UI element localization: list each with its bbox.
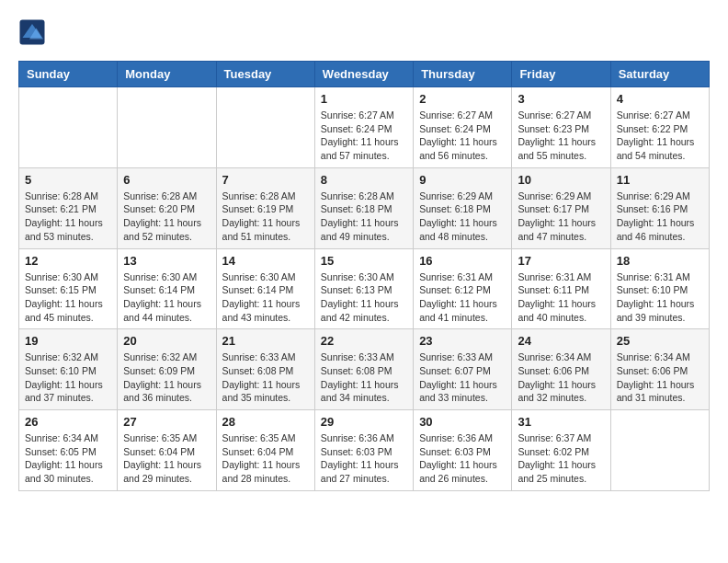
- day-number: 2: [419, 92, 506, 106]
- day-info: Sunrise: 6:34 AM Sunset: 6:05 PM Dayligh…: [25, 431, 111, 486]
- calendar-cell: [610, 410, 709, 491]
- day-info: Sunrise: 6:29 AM Sunset: 6:18 PM Dayligh…: [419, 190, 506, 244]
- calendar-cell: 24Sunrise: 6:34 AM Sunset: 6:06 PM Dayli…: [512, 329, 610, 410]
- day-number: 12: [25, 254, 111, 268]
- day-info: Sunrise: 6:37 AM Sunset: 6:02 PM Dayligh…: [518, 431, 604, 486]
- calendar-cell: 31Sunrise: 6:37 AM Sunset: 6:02 PM Dayli…: [512, 410, 610, 491]
- calendar-cell: 6Sunrise: 6:28 AM Sunset: 6:20 PM Daylig…: [118, 167, 216, 248]
- calendar-week-2: 5Sunrise: 6:28 AM Sunset: 6:21 PM Daylig…: [19, 167, 710, 248]
- calendar-cell: 27Sunrise: 6:35 AM Sunset: 6:04 PM Dayli…: [118, 410, 216, 491]
- day-info: Sunrise: 6:29 AM Sunset: 6:16 PM Dayligh…: [617, 190, 703, 244]
- day-info: Sunrise: 6:30 AM Sunset: 6:14 PM Dayligh…: [222, 270, 309, 325]
- calendar-cell: 21Sunrise: 6:33 AM Sunset: 6:08 PM Dayli…: [216, 329, 314, 410]
- day-info: Sunrise: 6:35 AM Sunset: 6:04 PM Dayligh…: [222, 431, 309, 486]
- day-info: Sunrise: 6:33 AM Sunset: 6:07 PM Dayligh…: [419, 350, 506, 405]
- day-info: Sunrise: 6:36 AM Sunset: 6:03 PM Dayligh…: [321, 431, 407, 486]
- day-number: 11: [617, 173, 703, 187]
- day-number: 6: [123, 173, 210, 187]
- calendar-cell: 11Sunrise: 6:29 AM Sunset: 6:16 PM Dayli…: [610, 167, 709, 248]
- day-number: 24: [518, 334, 604, 348]
- day-info: Sunrise: 6:27 AM Sunset: 6:24 PM Dayligh…: [321, 109, 407, 163]
- calendar-body: 1Sunrise: 6:27 AM Sunset: 6:24 PM Daylig…: [19, 87, 710, 491]
- day-info: Sunrise: 6:27 AM Sunset: 6:22 PM Dayligh…: [617, 109, 703, 163]
- day-info: Sunrise: 6:27 AM Sunset: 6:23 PM Dayligh…: [518, 109, 604, 163]
- day-number: 15: [321, 254, 407, 268]
- calendar-cell: 7Sunrise: 6:28 AM Sunset: 6:19 PM Daylig…: [216, 167, 314, 248]
- day-number: 13: [123, 254, 210, 268]
- day-number: 17: [518, 254, 604, 268]
- day-info: Sunrise: 6:31 AM Sunset: 6:11 PM Dayligh…: [518, 270, 604, 325]
- day-info: Sunrise: 6:27 AM Sunset: 6:24 PM Dayligh…: [419, 109, 506, 163]
- day-number: 20: [123, 334, 210, 348]
- calendar-cell: 16Sunrise: 6:31 AM Sunset: 6:12 PM Dayli…: [414, 248, 512, 329]
- calendar-cell: 30Sunrise: 6:36 AM Sunset: 6:03 PM Dayli…: [414, 410, 512, 491]
- calendar-cell: [118, 87, 216, 168]
- calendar-cell: 8Sunrise: 6:28 AM Sunset: 6:18 PM Daylig…: [314, 167, 413, 248]
- day-number: 29: [321, 415, 407, 429]
- day-info: Sunrise: 6:28 AM Sunset: 6:18 PM Dayligh…: [321, 190, 407, 244]
- day-number: 8: [321, 173, 407, 187]
- calendar-cell: 15Sunrise: 6:30 AM Sunset: 6:13 PM Dayli…: [314, 248, 413, 329]
- day-info: Sunrise: 6:28 AM Sunset: 6:21 PM Dayligh…: [25, 190, 111, 244]
- calendar-cell: 25Sunrise: 6:34 AM Sunset: 6:06 PM Dayli…: [610, 329, 709, 410]
- calendar-week-3: 12Sunrise: 6:30 AM Sunset: 6:15 PM Dayli…: [19, 248, 710, 329]
- calendar: SundayMondayTuesdayWednesdayThursdayFrid…: [18, 61, 710, 491]
- calendar-cell: 22Sunrise: 6:33 AM Sunset: 6:08 PM Dayli…: [314, 329, 413, 410]
- day-number: 10: [518, 173, 604, 187]
- day-number: 9: [419, 173, 506, 187]
- calendar-cell: 13Sunrise: 6:30 AM Sunset: 6:14 PM Dayli…: [118, 248, 216, 329]
- day-number: 4: [617, 92, 703, 106]
- calendar-cell: 29Sunrise: 6:36 AM Sunset: 6:03 PM Dayli…: [314, 410, 413, 491]
- calendar-cell: 3Sunrise: 6:27 AM Sunset: 6:23 PM Daylig…: [512, 87, 610, 168]
- calendar-cell: [216, 87, 314, 168]
- day-number: 1: [321, 92, 407, 106]
- day-info: Sunrise: 6:33 AM Sunset: 6:08 PM Dayligh…: [321, 350, 407, 405]
- calendar-cell: 23Sunrise: 6:33 AM Sunset: 6:07 PM Dayli…: [414, 329, 512, 410]
- calendar-cell: 4Sunrise: 6:27 AM Sunset: 6:22 PM Daylig…: [610, 87, 709, 168]
- calendar-cell: 14Sunrise: 6:30 AM Sunset: 6:14 PM Dayli…: [216, 248, 314, 329]
- day-info: Sunrise: 6:32 AM Sunset: 6:09 PM Dayligh…: [123, 350, 210, 405]
- calendar-cell: 19Sunrise: 6:32 AM Sunset: 6:10 PM Dayli…: [19, 329, 118, 410]
- weekday-header-row: SundayMondayTuesdayWednesdayThursdayFrid…: [19, 62, 710, 87]
- logo: [18, 18, 50, 46]
- calendar-cell: [19, 87, 118, 168]
- day-number: 23: [419, 334, 506, 348]
- calendar-cell: 10Sunrise: 6:29 AM Sunset: 6:17 PM Dayli…: [512, 167, 610, 248]
- calendar-cell: 17Sunrise: 6:31 AM Sunset: 6:11 PM Dayli…: [512, 248, 610, 329]
- day-number: 7: [222, 173, 309, 187]
- page-header: [18, 18, 710, 46]
- day-number: 14: [222, 254, 309, 268]
- day-number: 19: [25, 334, 111, 348]
- day-info: Sunrise: 6:34 AM Sunset: 6:06 PM Dayligh…: [518, 350, 604, 405]
- logo-icon: [18, 18, 46, 46]
- day-number: 18: [617, 254, 703, 268]
- calendar-cell: 18Sunrise: 6:31 AM Sunset: 6:10 PM Dayli…: [610, 248, 709, 329]
- day-number: 22: [321, 334, 407, 348]
- day-number: 28: [222, 415, 309, 429]
- calendar-cell: 1Sunrise: 6:27 AM Sunset: 6:24 PM Daylig…: [314, 87, 413, 168]
- day-info: Sunrise: 6:31 AM Sunset: 6:10 PM Dayligh…: [617, 270, 703, 325]
- calendar-cell: 12Sunrise: 6:30 AM Sunset: 6:15 PM Dayli…: [19, 248, 118, 329]
- day-number: 16: [419, 254, 506, 268]
- day-info: Sunrise: 6:31 AM Sunset: 6:12 PM Dayligh…: [419, 270, 506, 325]
- weekday-header-saturday: Saturday: [610, 62, 709, 87]
- calendar-cell: 2Sunrise: 6:27 AM Sunset: 6:24 PM Daylig…: [414, 87, 512, 168]
- calendar-cell: 28Sunrise: 6:35 AM Sunset: 6:04 PM Dayli…: [216, 410, 314, 491]
- weekday-header-sunday: Sunday: [19, 62, 118, 87]
- weekday-header-thursday: Thursday: [414, 62, 512, 87]
- calendar-cell: 9Sunrise: 6:29 AM Sunset: 6:18 PM Daylig…: [414, 167, 512, 248]
- day-info: Sunrise: 6:34 AM Sunset: 6:06 PM Dayligh…: [617, 350, 703, 405]
- calendar-week-1: 1Sunrise: 6:27 AM Sunset: 6:24 PM Daylig…: [19, 87, 710, 168]
- day-number: 27: [123, 415, 210, 429]
- day-info: Sunrise: 6:29 AM Sunset: 6:17 PM Dayligh…: [518, 190, 604, 244]
- day-number: 26: [25, 415, 111, 429]
- weekday-header-wednesday: Wednesday: [314, 62, 413, 87]
- day-number: 30: [419, 415, 506, 429]
- day-number: 31: [518, 415, 604, 429]
- day-info: Sunrise: 6:32 AM Sunset: 6:10 PM Dayligh…: [25, 350, 111, 405]
- calendar-week-4: 19Sunrise: 6:32 AM Sunset: 6:10 PM Dayli…: [19, 329, 710, 410]
- calendar-cell: 5Sunrise: 6:28 AM Sunset: 6:21 PM Daylig…: [19, 167, 118, 248]
- day-number: 3: [518, 92, 604, 106]
- weekday-header-monday: Monday: [118, 62, 216, 87]
- calendar-cell: 26Sunrise: 6:34 AM Sunset: 6:05 PM Dayli…: [19, 410, 118, 491]
